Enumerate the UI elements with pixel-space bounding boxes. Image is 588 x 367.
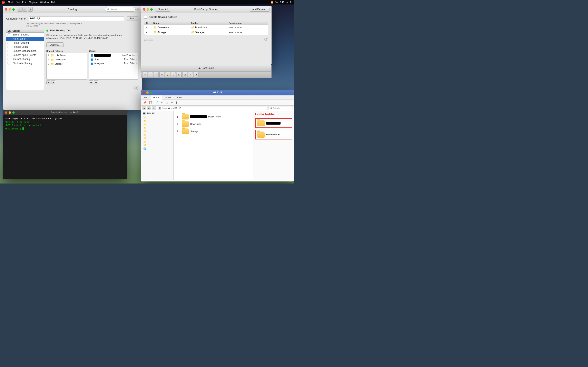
menu-help[interactable]: Help xyxy=(51,1,56,4)
add-device-button[interactable]: Add Device... xyxy=(250,7,269,12)
delete-button[interactable]: 🗑 xyxy=(165,100,169,105)
service-item-printer-sharing[interactable]: Printer Sharing xyxy=(6,41,44,45)
file-item-public[interactable]: 1 Public Folder xyxy=(176,113,251,120)
service-item-remote-login[interactable]: Remote Login xyxy=(6,45,44,49)
close-button[interactable] xyxy=(5,8,7,11)
user-item-owner[interactable]: 👤 Read & Write ▲▼ xyxy=(89,53,138,57)
file-sharing-checkbox[interactable] xyxy=(8,38,10,40)
sidebar-nav-item-9[interactable]: 📁 xyxy=(141,143,173,147)
back-button[interactable]: ‹ xyxy=(17,7,22,12)
help-button[interactable]: ? xyxy=(134,86,138,90)
bc-remove-button[interactable]: − xyxy=(149,37,153,41)
addr-back-button[interactable]: ◀ xyxy=(142,106,146,110)
tab-file[interactable]: File xyxy=(141,95,150,100)
printer-sharing-checkbox[interactable] xyxy=(8,42,10,44)
sidebar-nav-item-4[interactable]: 📁 xyxy=(141,126,173,130)
sidebar-nav-item-7[interactable]: 📁 xyxy=(141,137,173,140)
storage-perm-arrows[interactable]: ▲▼ xyxy=(242,31,244,34)
screen-sharing-checkbox[interactable] xyxy=(8,33,10,36)
user-owner-permission[interactable]: Read & Write ▲▼ xyxy=(122,54,137,56)
search-icon[interactable]: 🔍 xyxy=(290,1,292,4)
show-all-button[interactable]: Show All xyxy=(156,7,170,12)
add-folder-button[interactable]: + xyxy=(46,80,51,84)
explorer-maximize-button[interactable] xyxy=(150,91,152,94)
table-row-downloads[interactable]: ✓ 📁 Downloads 📁 Downloads Read & Write ▲… xyxy=(144,25,268,30)
perm-arrows-everyone[interactable]: ▲▼ xyxy=(134,63,137,64)
remote-management-checkbox[interactable] xyxy=(8,50,10,52)
menu-window[interactable]: Window xyxy=(40,1,49,4)
bluetooth-sharing-checkbox[interactable] xyxy=(8,62,10,64)
menu-edit[interactable]: Edit xyxy=(22,1,26,4)
tab-home[interactable]: Home xyxy=(150,95,162,100)
sidebar-nav-item-1[interactable]: 📁 xyxy=(141,116,173,119)
sidebar-nav-item-3[interactable]: 📁 xyxy=(141,123,173,126)
tb-forward-btn[interactable]: ↔ xyxy=(154,72,159,77)
perm-arrows-owner[interactable]: ▲▼ xyxy=(134,54,137,56)
explorer-minimize-button[interactable] xyxy=(146,91,149,94)
terminal-maximize-button[interactable] xyxy=(12,111,15,114)
service-item-file-sharing[interactable]: File Sharing xyxy=(6,37,44,41)
enable-shared-folders-checkbox[interactable] xyxy=(144,16,147,18)
file-item-storage[interactable]: 3 Storage xyxy=(176,128,251,135)
perm-arrows-staff[interactable]: ▲▼ xyxy=(134,58,137,60)
address-path[interactable]: 💻 Network › MBP113 xyxy=(157,106,268,110)
apple-menu-icon[interactable]: 🍎 xyxy=(2,1,5,4)
menu-grab[interactable]: Grab xyxy=(8,1,13,4)
tb-settings-btn[interactable]: ⚙ xyxy=(142,72,147,77)
grid-button[interactable]: ⊞ xyxy=(28,7,33,12)
sidebar-nav-item-8[interactable]: 📁 xyxy=(141,140,173,143)
bootcamp-minimize-button[interactable] xyxy=(147,8,149,11)
sidebar-nav-item-2[interactable]: 📁 xyxy=(141,119,173,123)
copy-button[interactable]: 📋 xyxy=(148,100,153,105)
addr-forward-button[interactable]: ▶ xyxy=(147,106,151,110)
maximize-button[interactable] xyxy=(12,8,15,11)
bootcamp-maximize-button[interactable] xyxy=(150,8,153,11)
add-user-button[interactable]: + xyxy=(89,80,93,84)
user-staff-permission[interactable]: Read Only ▲▼ xyxy=(124,58,137,60)
service-item-screen-sharing[interactable]: Screen Sharing xyxy=(6,33,44,37)
address-search[interactable]: 🔍 Search xyxy=(268,106,293,110)
bootcamp-close-button[interactable] xyxy=(143,8,145,11)
addr-up-button[interactable]: ▲ xyxy=(152,106,156,110)
rename-button[interactable]: ✏ xyxy=(170,100,174,105)
user-item-staff[interactable]: 👥 Staff Read Only ▲▼ xyxy=(89,57,138,61)
storage-perm-cell[interactable]: Read & Write ▲▼ xyxy=(229,31,267,34)
tab-view[interactable]: View xyxy=(174,95,185,100)
service-item-remote-apple-events[interactable]: Remote Apple Events xyxy=(6,53,44,57)
remote-login-checkbox[interactable] xyxy=(8,46,10,48)
options-button[interactable]: Options... xyxy=(46,42,64,47)
user-everyone-permission[interactable]: Read Only ▲▼ xyxy=(124,62,137,64)
properties-button[interactable]: ℹ xyxy=(175,100,178,105)
sidebar-nav-item-5[interactable]: 📁 xyxy=(141,130,173,133)
internet-sharing-checkbox[interactable] xyxy=(8,58,10,60)
explorer-close-button[interactable] xyxy=(143,91,145,94)
remove-folder-button[interactable]: − xyxy=(51,80,55,84)
tab-share[interactable]: Share xyxy=(162,95,174,100)
tb-media-btn[interactable]: ⊞ xyxy=(177,72,182,77)
bc-help-button[interactable]: ? xyxy=(264,37,268,41)
remove-user-button[interactable]: − xyxy=(94,80,98,84)
menu-capture[interactable]: Capture xyxy=(29,1,38,4)
folder-item-downloads[interactable]: 2 📁 Downloads xyxy=(47,58,87,62)
pin-button[interactable]: 📌 xyxy=(142,100,147,105)
menu-file[interactable]: File xyxy=(16,1,20,4)
remote-apple-events-checkbox[interactable] xyxy=(8,54,10,56)
sidebar-nav-item-6[interactable]: 📁 xyxy=(141,133,173,137)
folder-item-public[interactable]: 1 📁 ..blic Folder xyxy=(47,53,87,58)
terminal-minimize-button[interactable] xyxy=(9,111,11,114)
sidebar-this-pc[interactable]: 💻 This PC xyxy=(141,111,173,116)
tb-back-btn[interactable]: ↔ xyxy=(148,72,153,77)
red-box-macintosh[interactable]: Macintosh HD xyxy=(255,130,292,140)
tb-lock-btn[interactable]: 🔒 xyxy=(165,72,170,77)
paste-button[interactable]: 📄 xyxy=(154,100,159,105)
terminal-close-button[interactable] xyxy=(5,111,7,114)
forward-button[interactable]: › xyxy=(22,7,27,12)
tb-sync-btn[interactable]: ↻ xyxy=(188,72,193,77)
move-button[interactable]: ✂ xyxy=(160,100,164,105)
edit-button[interactable]: Edit... xyxy=(127,16,138,21)
tb-zoom-btn[interactable]: ⊙ xyxy=(159,72,164,77)
service-item-remote-management[interactable]: Remote Management xyxy=(6,49,44,53)
bc-add-button[interactable]: + xyxy=(144,37,148,41)
terminal-body[interactable]: Last login: Fri Apr 10 15:38:09 on ttys0… xyxy=(3,115,127,132)
downloads-perm-cell[interactable]: Read & Write ▲▼ xyxy=(229,26,267,29)
